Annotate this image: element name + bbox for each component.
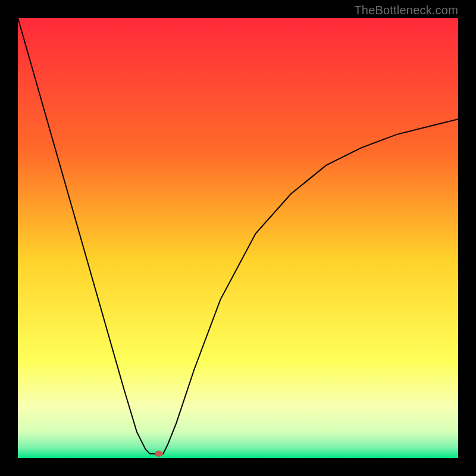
watermark-text: TheBottleneck.com (354, 4, 458, 17)
marker-dot (155, 451, 163, 457)
chart-plot (18, 18, 458, 458)
chart-background (18, 18, 458, 458)
